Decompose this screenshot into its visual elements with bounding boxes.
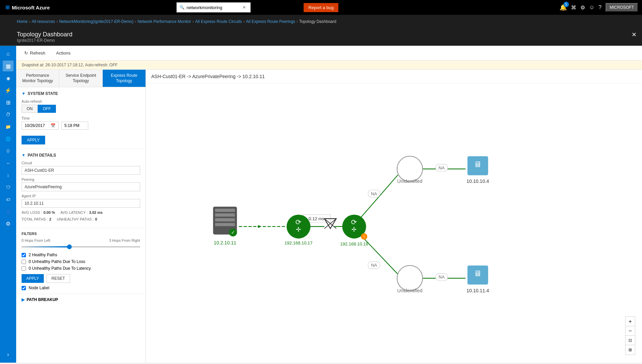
- page-header: Topology Dashboard Ignite2017-ER-Demo ✕: [0, 28, 642, 46]
- sidebar-icon-activity[interactable]: ⚡: [3, 85, 13, 96]
- tab-express-route[interactable]: Express Route Topology: [103, 70, 146, 87]
- unhealthy-loss-checkbox[interactable]: [22, 260, 26, 264]
- sidebar-expand-icon[interactable]: ›: [3, 349, 13, 360]
- na-label-upper: NA: [371, 191, 377, 196]
- sidebar-icon-user[interactable]: 👤: [3, 206, 13, 217]
- settings-gear-icon[interactable]: ⚙: [580, 4, 585, 11]
- circuit-input[interactable]: [22, 166, 140, 175]
- agent-ip-label: Agent IP: [22, 194, 140, 198]
- date-input[interactable]: 10/26/2017 📅: [22, 122, 59, 130]
- hops-slider-container: 0 Hops From Left 3 Hops From Right: [22, 238, 140, 249]
- system-state-header[interactable]: ▼ SYSTEM STATE: [22, 91, 140, 96]
- hops-slider[interactable]: [22, 246, 140, 247]
- zoom-reset-button[interactable]: ⊞: [625, 345, 635, 355]
- node-label-text: Node Label: [29, 286, 49, 290]
- notification-bell[interactable]: 🔔 5: [559, 4, 567, 11]
- sidebar-icon-settings[interactable]: ⚙: [3, 218, 13, 229]
- refresh-button[interactable]: ↻ Refresh: [22, 49, 48, 57]
- breadcrumb-all-resources[interactable]: All resources: [32, 19, 55, 24]
- router2-arrows-icon: ⟳: [351, 218, 357, 226]
- sidebar-icon-link[interactable]: ↔: [3, 158, 13, 168]
- unhealthy-paths-stat: UNHEALTHY PATHS : 0: [57, 217, 97, 221]
- azure-logo: ⊞ Microsoft Azure: [0, 4, 55, 10]
- server-stripe-2: [215, 213, 235, 217]
- healthy-paths-checkbox-row[interactable]: 2 Healthy Paths: [22, 253, 140, 257]
- search-input[interactable]: [187, 5, 240, 10]
- peering-input[interactable]: [22, 183, 140, 191]
- page-subtitle: Ignite2017-ER-Demo: [17, 38, 72, 43]
- breadcrumb-home[interactable]: Home: [17, 19, 28, 24]
- na-label-lower-r2: NA: [371, 263, 377, 268]
- server-check-icon: ✓: [231, 230, 235, 235]
- path-breakup-chevron: ▶: [22, 297, 25, 302]
- toggle-on-button[interactable]: ON: [22, 105, 38, 113]
- sidebar-icon-code[interactable]: ⟨⟩: [3, 145, 13, 156]
- path-breakup-header[interactable]: ▶ PATH BREAKUP: [22, 297, 140, 302]
- path-breakup-section: ▶ PATH BREAKUP: [16, 294, 146, 305]
- sidebar-icon-home[interactable]: ⌂: [3, 48, 13, 59]
- zoom-in-button[interactable]: +: [625, 317, 635, 326]
- filter-reset-button[interactable]: RESET: [46, 274, 70, 283]
- unhealthy-latency-checkbox-row[interactable]: 0 Unhealthy Paths Due To Latency: [22, 266, 140, 271]
- sidebar-icon-grid[interactable]: ⊞: [3, 97, 13, 108]
- tab-service-endpoint[interactable]: Service Endpoint Topology: [59, 70, 102, 87]
- cloud-shell-icon[interactable]: ⌘: [571, 4, 576, 11]
- breadcrumb-er-circuits[interactable]: All Express Route Circuits: [195, 19, 242, 24]
- zoom-out-button[interactable]: −: [625, 326, 635, 336]
- zoom-fit-button[interactable]: ⊡: [625, 336, 635, 345]
- agent-ip-input[interactable]: [22, 199, 140, 208]
- router2-cross-icon: ✛: [352, 226, 357, 233]
- total-paths-stat: TOTAL PATHS : 2: [22, 217, 51, 221]
- smiley-icon[interactable]: ☺: [589, 4, 595, 10]
- split-panel: ‹ Performance Monitor Topology Service E…: [16, 70, 642, 363]
- sidebar-icon-arrows[interactable]: ↕: [3, 170, 13, 180]
- filter-apply-button[interactable]: APPLY: [22, 274, 44, 283]
- unhealthy-loss-label: 0 Unhealthy Paths Due To Loss: [29, 259, 85, 264]
- time-row: Time 10/26/2017 📅: [22, 116, 140, 130]
- time-input[interactable]: [61, 122, 88, 130]
- toggle-off-button[interactable]: OFF: [38, 105, 56, 113]
- circuit-field: Circuit: [22, 161, 140, 175]
- search-clear-icon[interactable]: ✕: [243, 5, 246, 10]
- topology-canvas: 0.12 ms NA NA: [146, 84, 642, 362]
- sidebar-icon-monitor[interactable]: ◉: [3, 73, 13, 84]
- time-label: Time: [22, 116, 140, 120]
- sidebar-icons: ⌂ ▦ ◉ ⚡ ⊞ ⏱ 📁 🌐 ⟨⟩ ↔ ↕ 🛡 🏷 👤 ⚙ ›: [0, 46, 16, 363]
- breadcrumb-network-monitoring[interactable]: NetworkMonitoring(Ignite2017-ER-Demo): [59, 19, 133, 24]
- unhealthy-latency-checkbox[interactable]: [22, 266, 26, 271]
- unidentified2-node[interactable]: [397, 265, 423, 291]
- close-button[interactable]: ✕: [632, 31, 637, 38]
- sidebar-icon-clock[interactable]: ⏱: [3, 109, 13, 120]
- peering-field: Peering: [22, 177, 140, 191]
- endpoint1-icon: 🖥: [474, 160, 482, 169]
- actions-button[interactable]: Actions: [54, 49, 73, 57]
- path-details-header[interactable]: ▼ PATH DETAILS: [22, 153, 140, 158]
- system-state-apply-button[interactable]: APPLY: [22, 136, 45, 144]
- avg-loss-stat: AVG LOSS : 0.00 %: [22, 210, 55, 214]
- content-area: ↻ Refresh Actions Snapshot at: 26-10-201…: [16, 46, 642, 363]
- sidebar-icon-tag[interactable]: 🏷: [3, 194, 13, 205]
- tab-performance-monitor[interactable]: Performance Monitor Topology: [16, 70, 59, 87]
- hops-from-right-label: 3 Hops From Right: [109, 238, 140, 242]
- sidebar-icon-folder[interactable]: 📁: [3, 121, 13, 132]
- user-button[interactable]: MICROSOFT: [606, 3, 638, 12]
- healthy-paths-checkbox[interactable]: [22, 253, 26, 257]
- endpoint2-label: 10.10.11.4: [467, 288, 489, 293]
- help-icon[interactable]: ?: [599, 4, 602, 10]
- endpoint2-icon: 🖥: [474, 269, 482, 278]
- unhealthy-loss-checkbox-row[interactable]: 0 Unhealthy Paths Due To Loss: [22, 259, 140, 264]
- sidebar-icon-network[interactable]: 🌐: [3, 133, 13, 144]
- sidebar-icon-shield[interactable]: 🛡: [3, 182, 13, 193]
- unidentified1-node[interactable]: [397, 156, 423, 182]
- edge-dot-1: [258, 225, 260, 228]
- breadcrumb-er-peerings[interactable]: All Express Route Peerings: [246, 19, 295, 24]
- router2-label: 192.168.10.18: [340, 241, 368, 246]
- sidebar-icon-dashboard[interactable]: ▦: [3, 61, 13, 71]
- stats-row-2: TOTAL PATHS : 2 UNHEALTHY PATHS : 0: [22, 217, 140, 221]
- report-bug-button[interactable]: Report a bug: [303, 3, 338, 12]
- source-node-label: 10.2.10.11: [214, 240, 236, 245]
- slider-labels: 0 Hops From Left 3 Hops From Right: [22, 238, 140, 242]
- breadcrumb: Home › All resources › NetworkMonitoring…: [0, 15, 642, 28]
- node-label-checkbox[interactable]: [22, 286, 26, 290]
- breadcrumb-npm[interactable]: Network Performance Monitor: [137, 19, 191, 24]
